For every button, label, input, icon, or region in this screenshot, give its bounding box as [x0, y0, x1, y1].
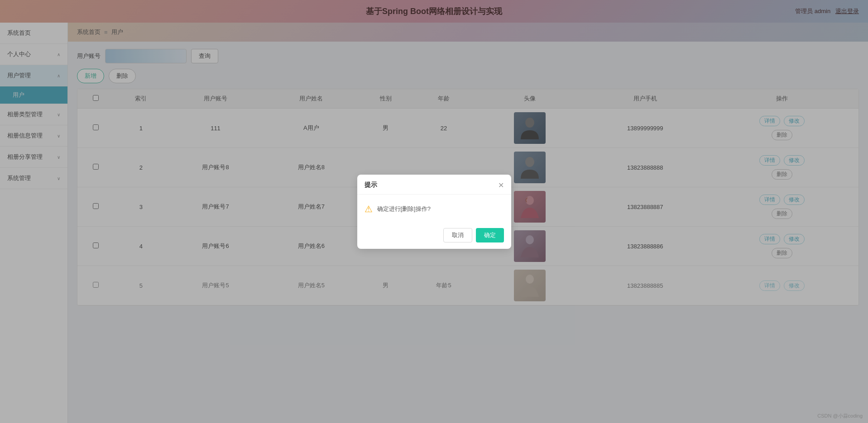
dialog-footer: 取消 确定 — [357, 223, 511, 249]
dialog-header: 提示 ✕ — [357, 175, 511, 195]
dialog-message: 确定进行[删除]操作? — [377, 205, 431, 213]
confirm-dialog: 提示 ✕ ⚠ 确定进行[删除]操作? 取消 确定 — [357, 175, 511, 249]
dialog-overlay: 提示 ✕ ⚠ 确定进行[删除]操作? 取消 确定 — [0, 0, 868, 423]
dialog-confirm-btn[interactable]: 确定 — [476, 228, 504, 242]
dialog-body: ⚠ 确定进行[删除]操作? — [357, 195, 511, 223]
dialog-close-btn[interactable]: ✕ — [498, 181, 504, 190]
warning-icon: ⚠ — [364, 204, 373, 214]
dialog-cancel-btn[interactable]: 取消 — [443, 228, 472, 242]
dialog-title: 提示 — [364, 181, 377, 189]
